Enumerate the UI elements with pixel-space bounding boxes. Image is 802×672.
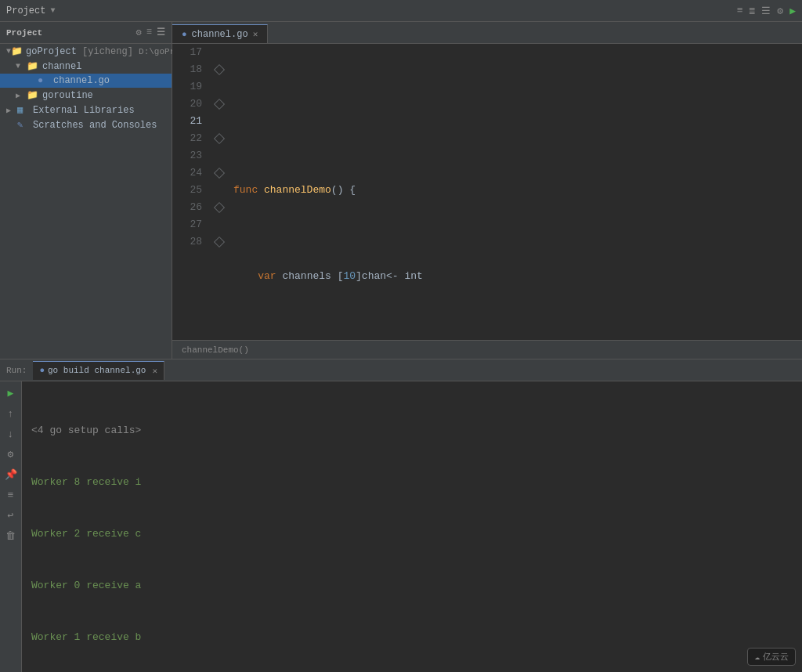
settings-icon[interactable]: ≡ <box>737 5 743 17</box>
sidebar-item-label: channel.go <box>53 75 110 86</box>
gutter-21 <box>211 113 227 130</box>
line-num-18: 18 <box>172 61 202 78</box>
sidebar-item-label: External Libraries <box>33 105 135 116</box>
tab-bar: ● channel.go ✕ <box>172 22 802 44</box>
no-arrow <box>6 121 17 129</box>
sidebar-item-scratches[interactable]: ✎ Scratches and Consoles <box>0 117 172 132</box>
expand-arrow-icon: ▼ <box>16 62 27 70</box>
run-icon[interactable]: ▶ <box>789 5 796 17</box>
sidebar-item-goroutine[interactable]: ▶ 📁 goroutine <box>0 88 172 103</box>
output-line-2: Worker 2 receive c <box>31 526 793 543</box>
gutter-26[interactable] <box>211 199 227 216</box>
run-scroll-down-button[interactable]: ↓ <box>2 425 20 443</box>
code-line-19: var channels [10]chan<- int <box>233 268 802 285</box>
line-num-21: 21 <box>172 113 202 130</box>
code-line-18: func channelDemo() { <box>233 182 802 199</box>
menu-icon[interactable]: ☰ <box>761 5 771 17</box>
gutter-27 <box>211 216 227 233</box>
run-scroll-up-button[interactable]: ↑ <box>2 405 20 422</box>
sidebar-item-label: Scratches and Consoles <box>33 120 157 131</box>
run-settings-button[interactable]: ⚙ <box>2 446 20 463</box>
editor-tab-channel-go[interactable]: ● channel.go ✕ <box>172 24 268 43</box>
breadcrumb-bar: channelDemo() <box>172 340 802 359</box>
function-name: channelDemo <box>264 182 331 199</box>
title-bar-icons: ≡ ≣ ☰ ⚙ ▶ <box>737 5 796 17</box>
folder-icon: 📁 <box>11 45 23 57</box>
sidebar-item-label: channel <box>42 61 81 72</box>
sidebar-settings-icon[interactable]: ⚙ <box>136 27 142 38</box>
layout-icon[interactable]: ≣ <box>750 5 756 17</box>
scratch-icon: ✎ <box>17 119 30 131</box>
fold-icon-28[interactable] <box>214 237 225 247</box>
editor-area: ● channel.go ✕ 17 18 19 20 21 22 23 24 2… <box>172 22 802 359</box>
library-icon: ▦ <box>17 104 30 116</box>
sidebar-item-goproject[interactable]: ▼ 📁 goProject [yicheng] D:\goProject <box>0 44 172 59</box>
expand-arrow-icon: ▶ <box>6 106 17 115</box>
line-num-28: 28 <box>172 233 202 251</box>
gutter-17 <box>211 44 227 61</box>
tab-label: channel.go <box>192 29 248 40</box>
num-10: 10 <box>343 268 356 285</box>
run-play-button[interactable]: ▶ <box>2 385 20 402</box>
fold-icon-18[interactable] <box>214 64 225 75</box>
run-tab-label: go build channel.go <box>48 366 146 375</box>
cloud-icon: ☁ <box>754 652 760 662</box>
watermark: ☁ 亿云云 <box>747 648 796 666</box>
run-label: Run: <box>6 366 27 375</box>
sidebar-menu-icon[interactable]: ☰ <box>157 27 165 38</box>
line-num-26: 26 <box>172 199 202 216</box>
keyword-var: var <box>233 268 282 285</box>
fold-icon-24[interactable] <box>214 168 225 179</box>
sidebar: Project ⚙ ≡ ☰ ▼ 📁 goProject [yicheng] D:… <box>0 22 172 359</box>
gutter-28[interactable] <box>211 233 227 251</box>
run-tab-close-icon[interactable]: ✕ <box>152 366 157 376</box>
run-panel: Run: ● go build channel.go ✕ ▶ ↑ ↓ ⚙ 📌 ≡… <box>0 359 802 672</box>
sidebar-item-channel-go[interactable]: ● channel.go <box>0 74 172 88</box>
fold-icon-26[interactable] <box>214 202 225 213</box>
run-tab-build[interactable]: ● go build channel.go ✕ <box>33 361 164 380</box>
go-file-tab-icon: ● <box>182 30 187 39</box>
title-bar: Project ▼ ≡ ≣ ☰ ⚙ ▶ <box>0 0 802 22</box>
run-wrap-button[interactable]: ↩ <box>2 507 20 524</box>
run-layout-button[interactable]: ≡ <box>2 486 20 504</box>
gutter-25 <box>211 182 227 199</box>
gutter-20[interactable] <box>211 96 227 113</box>
type-array: [ <box>338 268 344 285</box>
gutter-18[interactable] <box>211 61 227 78</box>
line-num-20: 20 <box>172 96 202 113</box>
fold-icon-22[interactable] <box>214 133 225 144</box>
run-clear-button[interactable]: 🗑 <box>2 527 20 544</box>
gutter-19 <box>211 78 227 96</box>
gear-icon[interactable]: ⚙ <box>777 5 783 17</box>
sidebar-header: Project ⚙ ≡ ☰ <box>0 22 172 44</box>
sidebar-title: Project <box>6 28 42 38</box>
tab-close-icon[interactable]: ✕ <box>253 29 258 39</box>
line-num-23: 23 <box>172 147 202 164</box>
line-num-22: 22 <box>172 130 202 147</box>
code-content[interactable]: func channelDemo() { var channels [10]ch… <box>227 44 802 340</box>
fold-icon-20[interactable] <box>214 99 225 110</box>
sidebar-item-external-libraries[interactable]: ▶ ▦ External Libraries <box>0 103 172 117</box>
title-bar-left: Project ▼ <box>6 5 55 16</box>
run-pin-button[interactable]: 📌 <box>2 466 20 483</box>
go-file-icon: ● <box>38 75 50 86</box>
no-arrow <box>27 77 38 85</box>
output-line-1: Worker 8 receive i <box>31 474 793 491</box>
output-line-3: Worker 0 receive a <box>31 577 793 594</box>
breadcrumb: channelDemo() <box>182 345 249 355</box>
output-line-setup: <4 go setup calls> <box>31 422 793 439</box>
expand-arrow-icon: ▶ <box>16 91 27 100</box>
folder-icon: 📁 <box>27 60 39 72</box>
code-editor[interactable]: 17 18 19 20 21 22 23 24 25 26 27 28 <box>172 44 802 340</box>
sidebar-collapse-icon[interactable]: ≡ <box>146 27 152 38</box>
gutter-22[interactable] <box>211 130 227 147</box>
keyword-func: func <box>233 182 264 199</box>
gutter-24[interactable] <box>211 164 227 182</box>
main-layout: Project ⚙ ≡ ☰ ▼ 📁 goProject [yicheng] D:… <box>0 22 802 359</box>
sidebar-item-channel[interactable]: ▼ 📁 channel <box>0 59 172 74</box>
type-chan: ]chan<- int <box>356 268 423 285</box>
run-toolbar: ▶ ↑ ↓ ⚙ 📌 ≡ ↩ 🗑 <box>0 381 22 672</box>
watermark-text: 亿云云 <box>763 651 789 663</box>
run-tab-bar: Run: ● go build channel.go ✕ <box>0 359 802 381</box>
var-channels: channels <box>282 268 337 285</box>
